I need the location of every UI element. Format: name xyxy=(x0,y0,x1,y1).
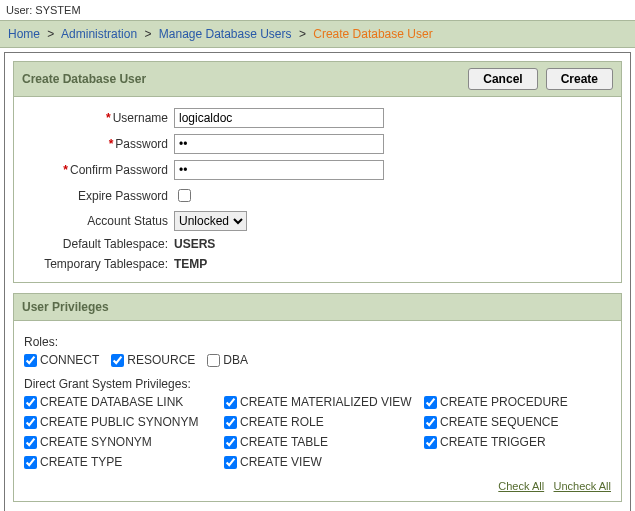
role-dba-checkbox[interactable] xyxy=(207,354,220,367)
roles-row: CONNECT RESOURCE DBA xyxy=(24,353,611,367)
priv-create-type[interactable]: CREATE TYPE xyxy=(24,455,224,469)
breadcrumb: Home > Administration > Manage Database … xyxy=(0,20,635,48)
priv-create-sequence[interactable]: CREATE SEQUENCE xyxy=(424,415,594,429)
password-input[interactable] xyxy=(174,134,384,154)
role-resource-checkbox[interactable] xyxy=(111,354,124,367)
check-all-link[interactable]: Check All xyxy=(498,480,544,492)
breadcrumb-sep: > xyxy=(144,27,151,41)
user-privileges-body: Roles: CONNECT RESOURCE DBA Direct Grant… xyxy=(14,321,621,501)
role-connect[interactable]: CONNECT xyxy=(24,353,99,367)
priv-create-synonym[interactable]: CREATE SYNONYM xyxy=(24,435,224,449)
priv-checkbox[interactable] xyxy=(24,396,37,409)
create-user-panel: Create Database User Cancel Create *User… xyxy=(13,61,622,283)
breadcrumb-manage-users[interactable]: Manage Database Users xyxy=(159,27,292,41)
breadcrumb-sep: > xyxy=(47,27,54,41)
priv-checkbox[interactable] xyxy=(424,396,437,409)
priv-create-trigger[interactable]: CREATE TRIGGER xyxy=(424,435,594,449)
priv-checkbox[interactable] xyxy=(24,456,37,469)
default-tablespace-label: Default Tablespace: xyxy=(63,237,168,251)
priv-checkbox[interactable] xyxy=(24,416,37,429)
priv-checkbox[interactable] xyxy=(424,436,437,449)
priv-create-procedure[interactable]: CREATE PROCEDURE xyxy=(424,395,594,409)
uncheck-all-link[interactable]: Uncheck All xyxy=(554,480,611,492)
breadcrumb-current: Create Database User xyxy=(313,27,432,41)
direct-grant-label: Direct Grant System Privileges: xyxy=(24,377,611,391)
roles-label: Roles: xyxy=(24,335,611,349)
role-resource-label: RESOURCE xyxy=(127,353,195,367)
priv-create-database-link[interactable]: CREATE DATABASE LINK xyxy=(24,395,224,409)
priv-create-materialized-view[interactable]: CREATE MATERIALIZED VIEW xyxy=(224,395,424,409)
breadcrumb-admin[interactable]: Administration xyxy=(61,27,137,41)
user-label: User: xyxy=(6,4,32,16)
temporary-tablespace-label: Temporary Tablespace: xyxy=(44,257,168,271)
priv-checkbox[interactable] xyxy=(224,396,237,409)
role-dba[interactable]: DBA xyxy=(207,353,248,367)
create-button[interactable]: Create xyxy=(546,68,613,90)
privileges-grid: CREATE DATABASE LINK CREATE PUBLIC SYNON… xyxy=(24,395,611,469)
expire-password-checkbox[interactable] xyxy=(178,189,191,202)
priv-create-role[interactable]: CREATE ROLE xyxy=(224,415,424,429)
role-connect-label: CONNECT xyxy=(40,353,99,367)
role-resource[interactable]: RESOURCE xyxy=(111,353,195,367)
password-label: Password xyxy=(115,137,168,151)
role-connect-checkbox[interactable] xyxy=(24,354,37,367)
user-value: SYSTEM xyxy=(35,4,80,16)
breadcrumb-sep: > xyxy=(299,27,306,41)
confirm-password-label: Confirm Password xyxy=(70,163,168,177)
temporary-tablespace-value: TEMP xyxy=(174,257,207,271)
username-label: Username xyxy=(113,111,168,125)
priv-checkbox[interactable] xyxy=(24,436,37,449)
user-bar: User: SYSTEM xyxy=(0,0,635,20)
check-links: Check All Uncheck All xyxy=(24,479,611,493)
user-privileges-header: User Privileges xyxy=(14,294,621,321)
confirm-password-input[interactable] xyxy=(174,160,384,180)
priv-create-public-synonym[interactable]: CREATE PUBLIC SYNONYM xyxy=(24,415,224,429)
cancel-button[interactable]: Cancel xyxy=(468,68,537,90)
role-dba-label: DBA xyxy=(223,353,248,367)
priv-create-view[interactable]: CREATE VIEW xyxy=(224,455,424,469)
account-status-select[interactable]: Unlocked xyxy=(174,211,247,231)
priv-checkbox[interactable] xyxy=(224,456,237,469)
create-user-body: *Username *Password *Confirm Password Ex… xyxy=(14,97,621,282)
default-tablespace-value: USERS xyxy=(174,237,215,251)
priv-checkbox[interactable] xyxy=(424,416,437,429)
main-container: Create Database User Cancel Create *User… xyxy=(4,52,631,511)
expire-password-label: Expire Password xyxy=(78,189,168,203)
user-privileges-title: User Privileges xyxy=(22,300,109,314)
create-user-header: Create Database User Cancel Create xyxy=(14,62,621,97)
priv-checkbox[interactable] xyxy=(224,416,237,429)
account-status-label: Account Status xyxy=(87,214,168,228)
user-privileges-panel: User Privileges Roles: CONNECT RESOURCE … xyxy=(13,293,622,502)
breadcrumb-home[interactable]: Home xyxy=(8,27,40,41)
priv-checkbox[interactable] xyxy=(224,436,237,449)
priv-create-table[interactable]: CREATE TABLE xyxy=(224,435,424,449)
username-input[interactable] xyxy=(174,108,384,128)
create-user-title: Create Database User xyxy=(22,72,146,86)
